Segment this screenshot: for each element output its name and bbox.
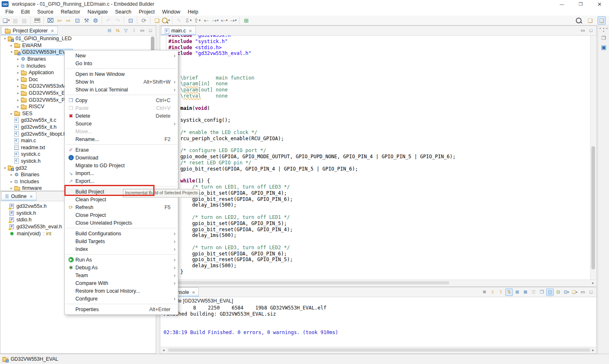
undo-icon[interactable]: ↶ — [105, 16, 113, 25]
expand-icon[interactable]: ▸ — [15, 64, 21, 68]
menu-project[interactable]: Project — [135, 9, 159, 15]
close-icon[interactable]: ✕ — [30, 194, 33, 199]
restore-view-icon[interactable]: ❐ — [598, 35, 609, 41]
menu-item-go-into[interactable]: Go Into — [65, 59, 178, 67]
monitor-icon[interactable]: ⊡ — [73, 16, 82, 25]
menu-item-refresh[interactable]: ⟳RefreshF5 — [65, 203, 178, 211]
menu-edit[interactable]: Edit — [17, 9, 34, 15]
redo-icon[interactable]: ↷ — [114, 16, 122, 25]
drag-handle[interactable]: ● ● ● ● — [598, 27, 609, 32]
menu-item-export-[interactable]: ↗Export... — [65, 177, 178, 185]
save-icon[interactable]: ▦ — [11, 16, 19, 25]
next-annotation-icon[interactable]: ⇩▾ — [184, 16, 192, 25]
menu-item-debug-as[interactable]: ✱Debug As› — [65, 264, 178, 271]
expand-icon[interactable]: ▸ — [9, 180, 14, 184]
collapse-all-icon[interactable]: ⊟ — [106, 27, 113, 34]
menu-item-new[interactable]: New› — [65, 52, 178, 59]
menu-item-delete[interactable]: ✖DeleteDelete — [65, 112, 178, 120]
tree-item-ewarm[interactable]: ▸EWARM — [0, 42, 156, 49]
expand-icon[interactable]: ▸ — [9, 43, 14, 48]
editor-vertical-scrollbar[interactable] — [590, 36, 596, 280]
expand-icon[interactable]: ▸ — [15, 57, 21, 61]
pin-console-icon[interactable]: ⊡ — [554, 289, 562, 296]
erase-chip-icon[interactable]: ⌧ — [46, 16, 55, 25]
save-all-icon[interactable]: ▩ — [20, 16, 28, 25]
expand-icon[interactable]: ▸ — [15, 71, 21, 75]
filter-lines-icon[interactable]: ☰ — [530, 289, 537, 296]
back-history-icon[interactable]: ⇠ — [202, 16, 210, 25]
open-resource-icon[interactable]: ❏ — [153, 16, 161, 25]
maximize-icon[interactable]: □ — [587, 289, 595, 296]
menu-item-close-unrelated-projects[interactable]: Close Unrelated Projects — [65, 219, 178, 227]
back-nav-icon[interactable]: ⇠▾ — [220, 16, 228, 25]
collapse-icon[interactable]: ▾ — [9, 50, 14, 54]
menu-refactor[interactable]: Refactor — [57, 9, 84, 15]
menu-item-run-as[interactable]: ▶Run As› — [65, 256, 178, 264]
filter-icon[interactable]: ▽ — [122, 27, 130, 34]
terminate-icon[interactable]: ✖ — [481, 289, 488, 296]
scroll-up-icon[interactable]: ⇧ — [497, 289, 504, 296]
show-stderr-icon[interactable]: ⊠ — [522, 289, 529, 296]
maximize-icon[interactable]: □ — [587, 27, 595, 34]
forward-nav-icon[interactable]: ⇢▾ — [229, 16, 237, 25]
menu-item-restore-from-local-history-[interactable]: Restore from Local History... — [65, 287, 178, 295]
menu-item-rename-[interactable]: Rename...F2 — [65, 135, 178, 143]
menu-item-index[interactable]: Index› — [65, 245, 178, 253]
restore-window-button[interactable]: ❐ — [571, 0, 590, 8]
prev-annotation-icon[interactable]: ⇧▾ — [193, 16, 201, 25]
auto-scroll-icon[interactable]: ⇅ — [505, 289, 513, 296]
tab-outline[interactable]: ☰ Outline ✕ — [1, 191, 36, 201]
editor-horizontal-scrollbar[interactable]: ▸ — [161, 280, 596, 286]
back-arrow-icon[interactable]: ⇦ — [55, 16, 64, 25]
minimize-icon[interactable]: ▭ — [579, 27, 586, 34]
menu-item-compare-with[interactable]: Compare With› — [65, 279, 178, 287]
view-menu-icon[interactable]: ⁞ — [130, 27, 138, 34]
scroll-left-icon[interactable]: ◂ — [161, 348, 166, 352]
close-icon[interactable]: ✕ — [192, 290, 195, 295]
close-window-button[interactable]: ✕ — [590, 0, 609, 8]
menu-item-erase[interactable]: ✐Erase — [65, 146, 178, 154]
scrollbar-thumb[interactable] — [168, 348, 590, 352]
menu-item-move-[interactable]: Move... — [65, 127, 178, 135]
search-torch-icon[interactable]: ▾ — [162, 16, 170, 25]
link-with-editor-icon[interactable]: ⇆ — [114, 27, 121, 34]
expand-icon[interactable]: ▸ — [15, 84, 21, 88]
menu-navigate[interactable]: Navigate — [84, 9, 111, 15]
menu-item-team[interactable]: Team› — [65, 271, 178, 279]
console-horizontal-scrollbar[interactable]: ◂ ▸ — [161, 347, 596, 353]
scroll-down-icon[interactable]: ⇩ — [489, 289, 496, 296]
minimize-icon[interactable]: ▭ — [579, 289, 586, 296]
menu-item-build-targets[interactable]: Build Targets› — [65, 237, 178, 245]
expand-icon[interactable]: ▸ — [9, 173, 14, 177]
minimized-view-icon[interactable]: ▣ — [598, 44, 609, 50]
close-icon[interactable]: ✕ — [189, 29, 192, 33]
console-view-icon[interactable]: ⊡ — [127, 16, 135, 25]
expand-icon[interactable]: ▸ — [15, 98, 21, 102]
scrollbar-thumb[interactable] — [162, 281, 449, 284]
console-output[interactable]: 8 2250 6584 19b8 GD32VW553H_EVAL.elfFini… — [164, 305, 591, 347]
menu-item-source[interactable]: Source› — [65, 120, 178, 127]
word-wrap-icon[interactable]: ◫ — [546, 289, 554, 296]
menu-item-open-in-new-window[interactable]: Open in New Window — [65, 70, 178, 78]
open-new-window-icon[interactable]: ⊞ — [242, 16, 250, 25]
new-wizard-icon[interactable]: ❏▾ — [2, 16, 10, 25]
clear-console-icon[interactable]: ❐ — [538, 289, 545, 296]
expand-icon[interactable]: ▸ — [9, 186, 14, 190]
search-icon[interactable] — [575, 16, 583, 25]
menu-item-show-in[interactable]: Show InAlt+Shift+W› — [65, 78, 178, 86]
forward-arrow-icon[interactable]: ⇨ — [64, 16, 73, 25]
last-edit-icon[interactable]: ✎ — [175, 16, 183, 25]
program-chip-icon[interactable]: ⚒ — [82, 16, 91, 25]
expand-icon[interactable]: ▸ — [15, 77, 21, 82]
code-area[interactable]: #include "gd32vw55x.h"#include "systick.… — [166, 35, 590, 280]
menu-item-build-configurations[interactable]: Build Configurations› — [65, 230, 178, 237]
collapse-icon[interactable]: ▾ — [2, 166, 8, 170]
cpp-perspective-icon[interactable]: ❏ — [598, 16, 606, 25]
menu-item-properties[interactable]: PropertiesAlt+Enter — [65, 305, 178, 313]
expand-icon[interactable]: ▸ — [15, 91, 21, 95]
menu-item-configure[interactable]: Configure› — [65, 295, 178, 303]
close-icon[interactable]: ✕ — [50, 29, 54, 33]
scroll-right-icon[interactable]: ▸ — [590, 281, 596, 285]
menu-window[interactable]: Window — [158, 9, 184, 15]
menu-item-download[interactable]: ↓Download — [65, 154, 178, 162]
